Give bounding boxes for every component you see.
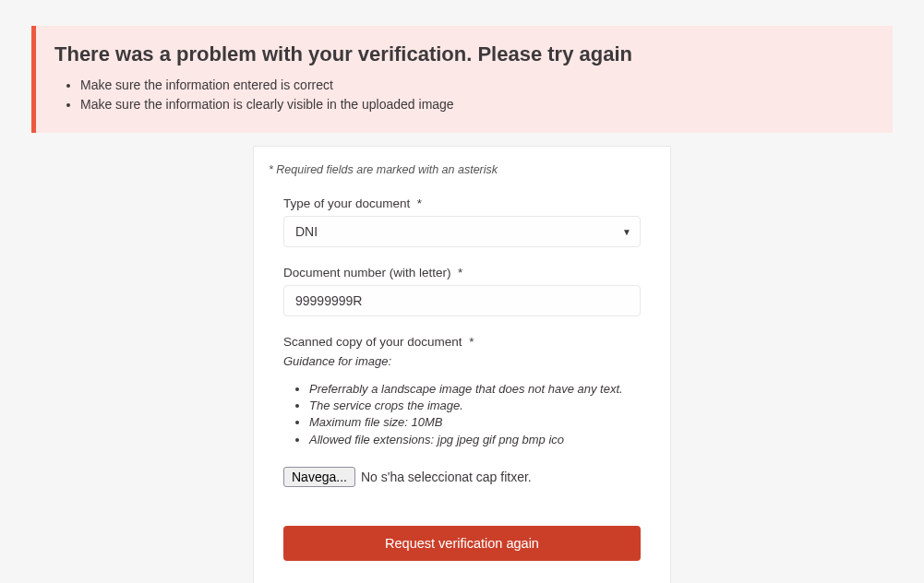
required-mark: *: [417, 196, 422, 210]
required-mark: *: [469, 335, 474, 349]
scanned-copy-label: Scanned copy of your document *: [283, 335, 641, 349]
required-fields-note: * Required fields are marked with an ast…: [269, 163, 655, 176]
guidance-list: Preferrably a landscape image that does …: [283, 381, 641, 448]
request-verification-button[interactable]: Request verification again: [283, 526, 641, 561]
document-type-select-wrap: DNI ▼: [283, 216, 641, 247]
alert-list: Make sure the information entered is cor…: [54, 76, 874, 114]
document-type-select[interactable]: DNI: [283, 216, 641, 247]
guidance-item: The service crops the image.: [309, 398, 641, 414]
alert-item: Make sure the information is clearly vis…: [80, 95, 874, 114]
guidance-item: Maximum file size: 10MB: [309, 414, 641, 431]
document-number-input[interactable]: [283, 285, 641, 316]
label-text: Type of your document: [283, 196, 410, 210]
file-status-text: No s'ha seleccionat cap fitxer.: [361, 470, 532, 484]
label-text: Document number (with letter): [283, 266, 451, 280]
form-wrap: Type of your document * DNI ▼ Document n…: [269, 196, 655, 561]
error-alert: There was a problem with your verificati…: [31, 26, 893, 133]
document-number-label: Document number (with letter) *: [283, 266, 641, 280]
label-text: Scanned copy of your document: [283, 335, 462, 349]
file-input-row: Navega... No s'ha seleccionat cap fitxer…: [283, 467, 641, 487]
browse-file-button[interactable]: Navega...: [283, 467, 355, 487]
required-mark: *: [458, 266, 462, 280]
alert-item: Make sure the information entered is cor…: [80, 76, 874, 95]
document-type-label: Type of your document *: [283, 196, 641, 210]
alert-title: There was a problem with your verificati…: [54, 42, 874, 66]
guidance-title: Guidance for image:: [283, 354, 641, 368]
guidance-item: Preferrably a landscape image that does …: [309, 381, 641, 398]
guidance-item: Allowed file extensions: jpg jpeg gif pn…: [309, 432, 641, 448]
verification-form-card: * Required fields are marked with an ast…: [253, 146, 671, 583]
